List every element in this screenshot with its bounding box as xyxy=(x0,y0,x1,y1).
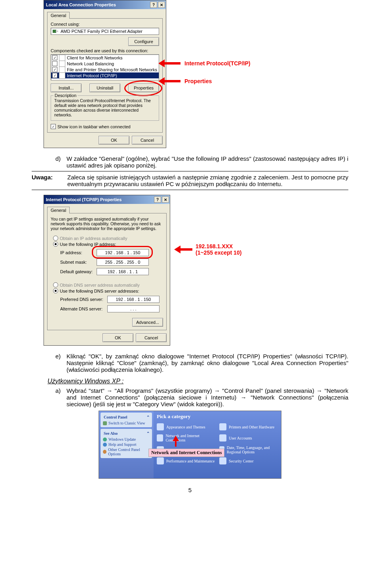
arrow-left-icon xyxy=(158,59,165,67)
tab-general[interactable]: General xyxy=(47,12,70,19)
xp-category[interactable]: Printers and Other Hardware xyxy=(219,422,278,432)
radio-auto-ip[interactable] xyxy=(53,236,58,241)
callout-properties: Properties xyxy=(184,78,212,84)
radio-auto-ip-label: Obtain an IP address automatically xyxy=(60,236,127,241)
help-button[interactable]: ? xyxy=(150,2,157,8)
pref-dns-field[interactable]: 192 . 168 . 1 . 150 xyxy=(107,296,160,303)
xp-category[interactable]: Security Center xyxy=(219,456,278,466)
paragraph-e: Kliknąć "OK", by zamknąć okno dialogowe … xyxy=(66,353,348,373)
uninstall-button[interactable]: Uninstall xyxy=(89,84,120,92)
gateway-field[interactable]: 192 . 168 . 1 . 1 xyxy=(97,268,149,275)
cancel-button[interactable]: Cancel xyxy=(132,136,163,145)
gateway-label: Default gateway: xyxy=(59,267,94,276)
xp-category[interactable]: User Accounts xyxy=(219,432,278,443)
collapse-icon[interactable]: ⌃ xyxy=(146,431,150,436)
advanced-button[interactable]: Advanced... xyxy=(132,318,163,327)
subnet-label: Subnet mask: xyxy=(59,258,94,266)
xp-category[interactable]: Appearance and Themes xyxy=(157,422,215,432)
ip-label: IP address: xyxy=(59,248,94,257)
description-text: Transmission Control Protocol/Internet P… xyxy=(54,98,156,117)
radio-use-ip[interactable] xyxy=(53,242,58,247)
connect-using-label: Connect using: xyxy=(51,22,159,27)
note-block: Uwaga: Zaleca się spisanie istniejących … xyxy=(32,171,348,190)
note-label: Uwaga: xyxy=(32,174,59,187)
configure-button[interactable]: Configure xyxy=(128,37,159,46)
ok-button[interactable]: OK xyxy=(99,136,129,145)
list-item[interactable]: Network Load Balancing xyxy=(67,61,114,66)
arrow-up-icon xyxy=(173,436,179,441)
arrow-body-icon xyxy=(165,62,180,65)
network-icon xyxy=(157,434,163,441)
tab-general[interactable]: General xyxy=(47,207,70,213)
radio-auto-dns[interactable] xyxy=(53,282,58,287)
xp-category[interactable]: Performance and Maintenance xyxy=(157,456,215,466)
list-item[interactable]: File and Printer Sharing for Microsoft N… xyxy=(67,67,157,72)
components-label: Components checked are used by this conn… xyxy=(51,48,159,53)
close-button[interactable]: ✕ xyxy=(162,196,169,203)
highlight-circle-icon xyxy=(124,80,162,96)
appearance-icon xyxy=(157,423,164,430)
xp-pick-category: Pick a category xyxy=(157,413,278,420)
printers-icon xyxy=(219,423,226,430)
pref-dns-label: Preferred DNS server: xyxy=(59,295,105,304)
nic-icon xyxy=(53,29,58,34)
collapse-icon[interactable]: ⌃ xyxy=(146,415,150,419)
radio-use-dns[interactable] xyxy=(53,288,58,293)
arrow-left-icon xyxy=(174,245,180,253)
users-icon xyxy=(219,434,226,441)
xp-panel-title: Control Panel xyxy=(104,415,127,419)
dialog-title: Internet Protocol (TCP/IP) Properties xyxy=(46,197,153,202)
ok-button[interactable]: OK xyxy=(103,333,133,342)
dialog-title: Local Area Connection Properties xyxy=(46,2,149,7)
arrow-body-icon xyxy=(165,80,180,82)
callout-ip-note: (1~255 except 10) xyxy=(196,249,241,256)
callout-network-connections: Network and Internet Connections xyxy=(148,449,224,457)
xp-control-panel: Control Panel⌃ Switch to Classic View Se… xyxy=(99,411,281,479)
tcpip-properties-dialog: Internet Protocol (TCP/IP) Properties ? … xyxy=(44,195,170,346)
subheading-xp: Użytkownicy Windows XP : xyxy=(48,378,348,385)
subnet-field[interactable]: 255 . 255 . 255 . 0 xyxy=(97,259,149,266)
list-letter-e: e) xyxy=(55,353,63,373)
xp-category-network[interactable]: Network and Internet Connections xyxy=(157,432,215,443)
xp-category[interactable]: Date, Time, Language, and Regional Optio… xyxy=(219,444,278,455)
list-item-tcpip[interactable]: Internet Protocol (TCP/IP) xyxy=(67,73,117,78)
show-icon-checkbox[interactable] xyxy=(51,124,56,129)
arrow-left-icon xyxy=(158,77,165,85)
list-letter-d: d) xyxy=(55,155,63,169)
callout-tcpip: Internet Protocol(TCP/IP) xyxy=(184,60,250,67)
description-label: Description xyxy=(53,93,78,98)
note-body: Zaleca się spisanie istniejących ustawie… xyxy=(67,174,348,187)
cancel-button[interactable]: Cancel xyxy=(136,333,167,342)
intro-text: You can get IP settings assigned automat… xyxy=(51,217,163,231)
arrow-body-icon xyxy=(180,248,192,251)
xp-link[interactable]: Other Control Panel Options xyxy=(103,447,150,457)
xp-link[interactable]: Windows Update xyxy=(103,437,150,442)
radio-auto-dns-label: Obtain DNS server address automatically xyxy=(60,283,140,287)
alt-dns-field[interactable]: . . . xyxy=(107,305,160,312)
paragraph-d: W zakładce "General" (ogólne), wybrać "U… xyxy=(66,155,348,169)
components-list[interactable]: Client for Microsoft Networks Network Lo… xyxy=(51,54,159,80)
adapter-name: AMD PCNET Family PCI Ethernet Adapter xyxy=(61,29,142,34)
xp-link[interactable]: Help and Support xyxy=(103,442,150,447)
list-letter-a: a) xyxy=(55,387,63,407)
performance-icon xyxy=(157,457,164,464)
alt-dns-label: Alternate DNS server: xyxy=(59,304,105,313)
paragraph-a: Wybrać "start" → "All Programs" (wszystk… xyxy=(66,387,348,407)
page-number: 5 xyxy=(32,487,348,493)
radio-use-dns-label: Use the following DNS server addresses: xyxy=(60,289,139,293)
dialog-titlebar: Local Area Connection Properties ? ✕ xyxy=(44,0,166,9)
help-button[interactable]: ? xyxy=(154,196,161,203)
list-item[interactable]: Client for Microsoft Networks xyxy=(67,55,123,60)
install-button[interactable]: Install... xyxy=(51,84,82,92)
highlight-circle-icon xyxy=(92,246,153,259)
callout-ip-range: 192.168.1.XXX xyxy=(196,243,241,249)
security-icon xyxy=(219,457,226,464)
xp-link-classic[interactable]: Switch to Classic View xyxy=(103,421,150,426)
lan-properties-dialog: Local Area Connection Properties ? ✕ Gen… xyxy=(44,0,166,148)
xp-panel-title: See Also xyxy=(104,431,118,436)
show-icon-label: Show icon in taskbar when connected xyxy=(57,124,131,129)
